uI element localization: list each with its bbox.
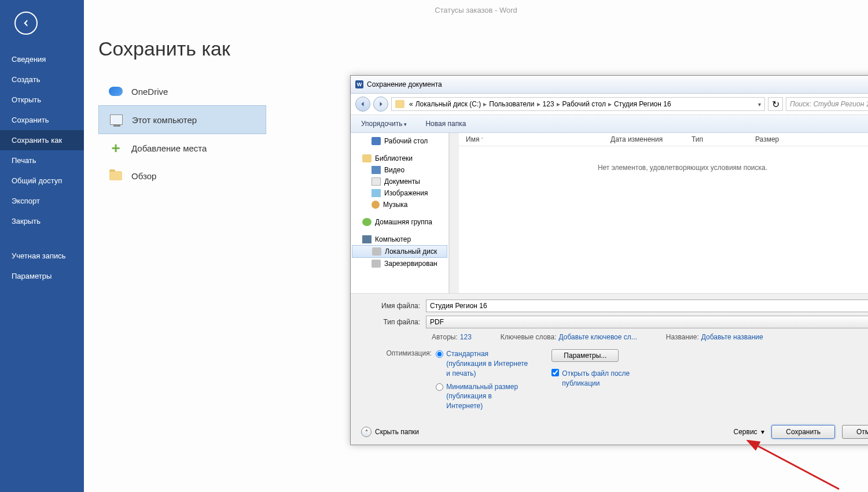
main-panel: Статусы заказов - Word Сохранить как One…	[84, 0, 868, 492]
bc-part[interactable]: Пользователи	[489, 100, 534, 108]
computer-icon	[110, 114, 123, 125]
nav-print[interactable]: Печать	[0, 150, 84, 171]
empty-message: Нет элементов, удовлетворяющих условиям …	[459, 164, 868, 172]
word-icon: W	[355, 80, 363, 88]
option-onedrive[interactable]: OneDrive	[98, 77, 266, 105]
option-add-place[interactable]: + Добавление места	[98, 134, 266, 162]
chevron-up-icon: ˄	[361, 427, 372, 437]
tree-local-disk[interactable]: Локальный диск	[352, 245, 447, 258]
filetype-select[interactable]: PDF▾	[426, 316, 868, 328]
tree-desktop[interactable]: Рабочий стол	[351, 135, 448, 147]
nav-options[interactable]: Параметры	[0, 266, 84, 286]
dialog-title: Сохранение документа	[367, 80, 442, 88]
save-button[interactable]: Сохранить	[771, 425, 835, 439]
search-input[interactable]: Поиск: Студия Регион 16 🔍	[786, 97, 868, 111]
option-label: OneDrive	[131, 87, 168, 97]
backstage-sidebar: Сведения Создать Открыть Сохранить Сохра…	[0, 0, 84, 492]
filename-input[interactable]	[426, 299, 868, 312]
col-type[interactable]: Тип	[685, 135, 748, 143]
optimization-label: Оптимизация:	[385, 349, 432, 357]
tree-reserved[interactable]: Зарезервирован	[351, 258, 448, 269]
new-folder-button[interactable]: Новая папка	[422, 119, 469, 129]
authors-label: Авторы:	[432, 333, 458, 341]
page-title: Сохранить как	[98, 38, 868, 60]
radio-minimal[interactable]	[436, 383, 443, 391]
tree-scrollbar[interactable]	[449, 133, 459, 293]
keywords-label: Ключевые слова:	[501, 333, 557, 341]
folder-icon	[109, 171, 122, 180]
parameters-button[interactable]: Параметры...	[551, 349, 619, 362]
bc-part[interactable]: Локальный диск (C:)	[415, 100, 481, 108]
filename-label: Имя файла:	[362, 302, 426, 310]
nav-account[interactable]: Учетная запись	[0, 246, 84, 266]
tree-libraries[interactable]: Библиотеки	[351, 153, 448, 164]
tree-computer[interactable]: Компьютер	[351, 234, 448, 245]
plus-icon: +	[111, 139, 120, 157]
folder-tree: Рабочий стол Библиотеки Видео Документы …	[351, 133, 449, 293]
col-size[interactable]: Размер	[748, 135, 795, 143]
nav-back-button[interactable]	[355, 97, 370, 112]
bc-part[interactable]: Студия Регион 16	[614, 100, 671, 108]
cloud-icon	[109, 87, 123, 96]
option-browse[interactable]: Обзор	[98, 162, 266, 190]
tree-video[interactable]: Видео	[351, 164, 448, 176]
bc-part[interactable]: 123	[543, 100, 554, 108]
app-title: Статусы заказов - Word	[84, 0, 868, 17]
bc-part[interactable]: Рабочий стол	[562, 100, 606, 108]
folder-icon	[395, 100, 404, 108]
nav-info[interactable]: Сведения	[0, 49, 84, 69]
tree-music[interactable]: Музыка	[351, 199, 448, 210]
col-date[interactable]: Дата изменения	[604, 135, 685, 143]
file-list[interactable]: Имя Дата изменения Тип Размер Нет элемен…	[459, 133, 868, 293]
annotation-arrow	[729, 440, 845, 492]
filetype-label: Тип файла:	[362, 318, 426, 326]
tree-homegroup[interactable]: Домашняя группа	[351, 216, 448, 228]
nav-close[interactable]: Закрыть	[0, 211, 84, 231]
refresh-button[interactable]: ↻	[768, 97, 783, 111]
nav-save-as[interactable]: Сохранить как	[0, 130, 84, 150]
nav-open[interactable]: Открыть	[0, 90, 84, 110]
breadcrumb[interactable]: « Локальный диск (C:)▸ Пользователи▸ 123…	[391, 97, 765, 111]
tree-documents[interactable]: Документы	[351, 176, 448, 187]
nav-new[interactable]: Создать	[0, 69, 84, 90]
option-label: Добавление места	[131, 143, 207, 153]
keywords-value[interactable]: Добавьте ключевое сл...	[559, 333, 637, 341]
option-label: Обзор	[131, 171, 156, 181]
organize-button[interactable]: Упорядочить▾	[358, 119, 410, 129]
nav-save[interactable]: Сохранить	[0, 110, 84, 130]
service-menu[interactable]: Сервис ▾	[734, 428, 765, 436]
cancel-button[interactable]: Отмена	[842, 425, 868, 439]
hide-folders-button[interactable]: ˄ Скрыть папки	[361, 427, 419, 437]
svg-line-0	[755, 445, 839, 489]
nav-forward-button[interactable]	[373, 97, 388, 112]
radio-standard[interactable]	[436, 350, 443, 358]
authors-value[interactable]: 123	[460, 333, 472, 341]
nav-export[interactable]: Экспорт	[0, 191, 84, 211]
save-dialog: W Сохранение документа X « Локальный дис…	[350, 75, 868, 445]
title-value[interactable]: Добавьте название	[701, 333, 763, 341]
col-name[interactable]: Имя	[459, 135, 604, 143]
option-this-pc[interactable]: Этот компьютер	[98, 105, 266, 134]
tree-images[interactable]: Изображения	[351, 187, 448, 199]
title-label: Название:	[666, 333, 699, 341]
back-button[interactable]	[14, 12, 38, 35]
open-after-checkbox[interactable]	[551, 369, 559, 376]
option-label: Этот компьютер	[132, 115, 197, 125]
nav-share[interactable]: Общий доступ	[0, 171, 84, 191]
dialog-titlebar[interactable]: W Сохранение документа X	[351, 76, 868, 94]
